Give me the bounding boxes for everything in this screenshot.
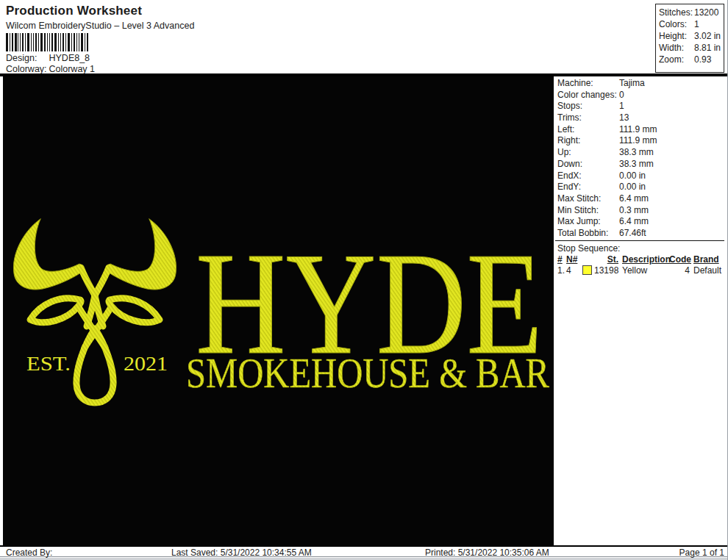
design-est-text: EST. <box>26 353 71 375</box>
machine-row: Color changes:0 <box>557 90 725 101</box>
thread-color-swatch <box>582 265 592 275</box>
design-name-row: Design: HYDE8_8 <box>6 53 90 63</box>
design-tagline-wordmark: SMOKEHOUSE & BAR <box>186 350 549 396</box>
machine-row: Stops:1 <box>557 101 725 112</box>
col-code: Code <box>669 254 690 265</box>
design-preview-canvas: HYDE SMOKEHOUSE & BAR EST. 2021 <box>3 76 554 545</box>
col-brand: Brand <box>690 254 724 265</box>
stat-colors: Colors: 1 <box>656 18 724 30</box>
stop-row-stitches: 13198 <box>582 265 618 276</box>
stop-sequence-section: Stop Sequence: # N# St. Description Code… <box>557 243 725 276</box>
design-value: HYDE8_8 <box>49 53 90 63</box>
machine-details-panel: Machine:Tajima Color changes:0 Stops:1 T… <box>557 78 725 240</box>
col-num: # <box>557 254 566 265</box>
machine-row: Trims:13 <box>557 112 725 124</box>
stop-sequence-title: Stop Sequence: <box>557 243 725 254</box>
embroidery-design: HYDE SMOKEHOUSE & BAR EST. 2021 <box>3 76 554 545</box>
machine-row: EndX:0.00 in <box>557 170 725 182</box>
machine-row: Min Stitch:0.3 mm <box>557 205 725 217</box>
colorway-label: Colorway: <box>6 64 46 74</box>
design-stats-box: Stitches: 13200 Colors: 1 Height: 3.02 i… <box>655 4 724 73</box>
created-by-label: Created By: <box>6 548 52 558</box>
machine-row: Left:111.9 mm <box>557 124 725 136</box>
stop-sequence-separator <box>555 240 724 241</box>
machine-row: Right:111.9 mm <box>557 135 725 147</box>
page-footer: Created By: Last Saved: 5/31/2022 10:34:… <box>0 545 728 557</box>
machine-row: Up:38.3 mm <box>557 147 725 159</box>
stop-row-code: 4 <box>669 265 690 276</box>
machine-row: EndY:0.00 in <box>557 182 725 193</box>
stat-zoom: Zoom: 0.93 <box>656 54 724 65</box>
stat-width: Width: 8.81 in <box>656 42 724 54</box>
production-worksheet-page: Production Worksheet Wilcom EmbroiderySt… <box>0 0 728 560</box>
software-subtitle: Wilcom EmbroideryStudio – Level 3 Advanc… <box>6 21 194 31</box>
colorway-row: Colorway: Colorway 1 <box>6 64 95 74</box>
design-label: Design: <box>6 53 46 63</box>
machine-row: Down:38.3 mm <box>557 159 725 170</box>
col-needle: N# <box>566 254 582 265</box>
page-number: Page 1 of 1 <box>679 548 724 558</box>
machine-row: Max Jump:6.4 mm <box>557 216 725 228</box>
stat-stitches: Stitches: 13200 <box>656 7 724 18</box>
stop-row-description: Yellow <box>618 265 669 276</box>
printed-timestamp: Printed: 5/31/2022 10:35:06 AM <box>425 548 549 558</box>
machine-row: Machine:Tajima <box>557 78 725 90</box>
last-saved-timestamp: Last Saved: 5/31/2022 10:34:55 AM <box>171 548 312 558</box>
col-stitches: St. <box>582 254 618 265</box>
stop-sequence-table: # N# St. Description Code Brand 1. 4 131… <box>557 254 725 276</box>
machine-row: Max Stitch:6.4 mm <box>557 193 725 205</box>
page-title: Production Worksheet <box>6 4 142 18</box>
barcode-icon <box>6 33 88 51</box>
stop-row-needle: 4 <box>566 265 582 276</box>
bull-logo <box>13 219 176 403</box>
design-year-text: 2021 <box>124 353 168 375</box>
machine-row: Total Bobbin:67.46ft <box>557 228 725 240</box>
col-description: Description <box>618 254 669 265</box>
stop-row-brand: Default <box>690 265 724 276</box>
colorway-value: Colorway 1 <box>49 64 95 74</box>
stat-height: Height: 3.02 in <box>656 30 724 42</box>
stop-row-num: 1. <box>557 265 566 276</box>
